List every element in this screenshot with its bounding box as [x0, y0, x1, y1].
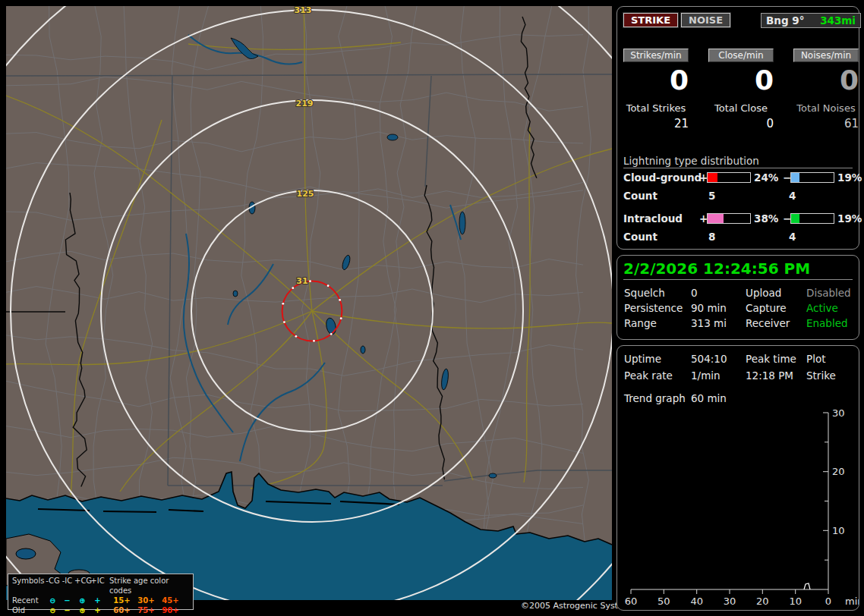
nexstorm-app: { "app": { "copyright": "©2005 Astrogeni…	[0, 0, 864, 616]
total-noises-value: 61	[793, 117, 859, 130]
upload-label: Upload	[746, 287, 781, 299]
noise-mode-button[interactable]: NOISE	[681, 13, 730, 27]
legend-recent-row: Recent ⊖ − ⊕ + 15+ 30+ 45+	[12, 596, 193, 605]
trend-graph-window: 60 min	[691, 392, 727, 404]
ring-label-219: 219	[296, 99, 314, 108]
strikes-per-min-value: 0	[623, 67, 689, 94]
age-90: 90+	[158, 605, 183, 615]
squelch-label: Squelch	[624, 287, 665, 299]
legend-symbols-header: Symbols	[12, 576, 46, 596]
ic-plus-pct: 38%	[754, 212, 778, 225]
total-strikes-label: Total Strikes	[623, 102, 689, 114]
trend-graph-row: Trend graph 60 min	[617, 392, 859, 404]
cg-plus-pct: 24%	[754, 171, 778, 184]
close-per-min-counter: Close/min 0 Total Close 0	[708, 49, 774, 130]
legend-col-neg-ic: -IC	[60, 576, 74, 596]
age-60: 60+	[109, 605, 134, 615]
trend-graph: 30 20 10 60 50 40 30 20 10 0 min	[617, 405, 859, 610]
intracloud-row: Intracloud + 38% − 19%	[623, 212, 853, 225]
peak-rate-label: Peak rate	[624, 369, 673, 382]
range-label: Range	[624, 317, 657, 329]
close-per-min-label: Close/min	[708, 49, 774, 62]
pos-ic-recent-icon: +	[90, 596, 105, 605]
bearing-range-value: 343mi	[820, 14, 856, 27]
legend-header-row: Symbols -CG -IC +CG +IC Strike age color…	[12, 576, 193, 596]
strike-mode-button[interactable]: STRIKE	[623, 13, 678, 27]
svg-text:50: 50	[657, 596, 670, 607]
rate-counters: Strikes/min 0 Total Strikes 21 Close/min…	[623, 49, 854, 130]
persistence-row: Persistence 90 min Capture Active	[617, 302, 859, 314]
trend-spike	[804, 583, 810, 589]
svg-text:10: 10	[832, 525, 845, 536]
neg-cg-old-icon: ⊖	[46, 605, 60, 615]
intracloud-count-row: Count 8 4	[623, 231, 853, 243]
close-per-min-value: 0	[708, 67, 774, 94]
strike-stats-panel: STRIKE NOISE Bng 9° 343mi Strikes/min 0 …	[616, 6, 859, 250]
ring-label-313: 313	[295, 6, 312, 15]
peak-time-label: Peak time	[746, 353, 796, 365]
uptime-row: Uptime 504:10 Peak time Plot	[617, 353, 859, 365]
ic-minus-count: 4	[789, 231, 796, 243]
age-30: 30+	[134, 596, 158, 605]
datetime-divider	[623, 279, 853, 280]
neg-ic-old-icon: −	[60, 605, 74, 615]
status-panel: 2/2/2026 12:24:56 PM Squelch 0 Upload Di…	[616, 255, 859, 340]
count-label: Count	[623, 190, 657, 202]
ic-minus-bar	[790, 213, 834, 224]
cg-plus-count: 5	[708, 190, 715, 202]
total-strikes-value: 21	[623, 117, 689, 130]
distribution-title: Lightning type distribution	[623, 155, 759, 167]
svg-text:30: 30	[832, 407, 845, 419]
strikes-per-min-label: Strikes/min	[623, 49, 689, 62]
receiver-status: Enabled	[806, 317, 848, 329]
ic-plus-bar	[707, 213, 751, 224]
cg-plus-bar	[707, 172, 751, 183]
noises-per-min-value: 0	[793, 67, 859, 94]
distribution-divider	[623, 168, 853, 168]
uptime-label: Uptime	[624, 353, 661, 365]
bearing-label: Bng 9°	[766, 14, 804, 27]
neg-cg-recent-icon: ⊖	[46, 596, 60, 605]
plot-type-value: Strike	[806, 369, 836, 382]
legend-col-pos-cg: +CG	[74, 576, 90, 596]
cloud-ground-label: Cloud-ground	[623, 171, 702, 184]
intracloud-label: Intracloud	[623, 212, 683, 225]
trend-y-labels: 30 20 10	[832, 407, 845, 536]
svg-text:0: 0	[825, 596, 831, 607]
trend-graph-label: Trend graph	[624, 392, 686, 404]
svg-text:60: 60	[625, 596, 638, 607]
plot-label: Plot	[806, 353, 825, 365]
legend-old-row: Old ⊖ − ⊕ + 60+ 75+ 90+	[12, 605, 193, 615]
noises-per-min-label: Noises/min	[793, 49, 859, 62]
uptime-value: 504:10	[691, 353, 727, 365]
age-75: 75+	[134, 605, 158, 615]
svg-text:40: 40	[690, 596, 703, 607]
pos-cg-old-icon: ⊕	[74, 605, 90, 615]
peak-rate-row: Peak rate 1/min 12:18 PM Strike	[617, 369, 859, 382]
range-value: 313 mi	[691, 317, 727, 329]
ic-minus-pct: 19%	[837, 212, 862, 225]
trend-x-unit: min	[845, 596, 859, 607]
capture-label: Capture	[746, 302, 787, 314]
persistence-value: 90 min	[691, 302, 727, 314]
bearing-display: Bng 9° 343mi	[761, 13, 861, 28]
pos-cg-recent-icon: ⊕	[74, 596, 90, 605]
svg-text:10: 10	[789, 596, 802, 607]
cloud-ground-count-row: Count 5 4	[623, 190, 853, 202]
trend-x-labels: 60 50 40 30 20 10 0 min	[625, 596, 859, 607]
map-canvas[interactable]: 313 219 125 31	[6, 6, 612, 600]
noises-per-min-counter: Noises/min 0 Total Noises 61	[793, 49, 859, 130]
peak-rate-value: 1/min	[691, 369, 721, 382]
neg-ic-recent-icon: −	[60, 596, 74, 605]
legend-col-pos-ic: +IC	[90, 576, 105, 596]
squelch-row: Squelch 0 Upload Disabled	[617, 287, 859, 299]
receiver-label: Receiver	[746, 317, 790, 329]
legend-old-label: Old	[12, 605, 46, 615]
capture-status: Active	[806, 302, 838, 314]
legend-recent-label: Recent	[12, 596, 46, 605]
cg-minus-count: 4	[789, 190, 796, 202]
ic-plus-count: 8	[708, 231, 715, 243]
lightning-map[interactable]: 313 219 125 31	[6, 6, 612, 600]
svg-text:20: 20	[756, 596, 769, 607]
peak-time-value: 12:18 PM	[746, 369, 793, 382]
